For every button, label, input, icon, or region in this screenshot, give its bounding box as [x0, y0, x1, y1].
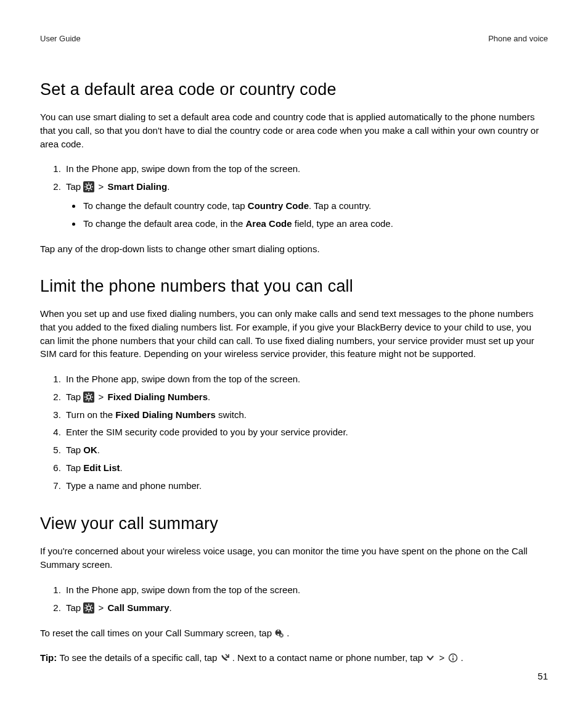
- text: field, type an area code.: [292, 218, 393, 229]
- tip-label: Tip:: [40, 652, 59, 663]
- text-bold: Call Summary: [107, 602, 169, 613]
- gear-icon: [83, 181, 94, 192]
- step: In the Phone app, swipe down from the to…: [63, 162, 548, 177]
- svg-line-6: [91, 189, 92, 191]
- info-icon: [448, 653, 458, 663]
- svg-point-0: [87, 185, 91, 189]
- page-number: 51: [537, 671, 548, 681]
- svg-line-16: [86, 399, 87, 400]
- gear-icon: [83, 392, 94, 403]
- text: >: [96, 181, 106, 192]
- steps-list: In the Phone app, swipe down from the to…: [40, 162, 548, 231]
- step: Turn on the Fixed Dialing Numbers switch…: [63, 408, 548, 423]
- text: Turn on the: [66, 409, 115, 420]
- svg-line-14: [86, 394, 87, 395]
- section-intro: If you're concerned about your wireless …: [40, 544, 548, 572]
- text: To see the details of a specific call, t…: [59, 652, 219, 663]
- svg-line-8: [91, 184, 92, 185]
- svg-line-25: [86, 610, 87, 611]
- section-call-summary: View your call summary If you're concern…: [40, 514, 548, 665]
- section-limit-numbers: Limit the phone numbers that you can cal…: [40, 277, 548, 493]
- text: Tap: [66, 445, 83, 455]
- text: switch.: [216, 409, 247, 420]
- text: .: [167, 181, 169, 192]
- step: Type a name and phone number.: [63, 478, 548, 494]
- text: Tap: [66, 181, 83, 192]
- section-outro: Tap any of the drop-down lists to change…: [40, 242, 548, 256]
- text: .: [208, 392, 210, 402]
- text: . Next to a contact name or phone number…: [230, 652, 426, 663]
- section-default-area-code: Set a default area code or country code …: [40, 80, 548, 256]
- text: Tap: [66, 462, 83, 473]
- section-outro: To reset the call times on your Call Sum…: [40, 626, 548, 640]
- svg-point-18: [87, 605, 91, 609]
- text-bold: OK: [83, 445, 97, 455]
- text: >: [436, 652, 447, 663]
- steps-list: In the Phone app, swipe down from the to…: [40, 372, 548, 493]
- header-left: User Guide: [40, 34, 81, 43]
- reset-icon: [274, 628, 284, 638]
- svg-line-23: [86, 605, 87, 606]
- text-bold: Edit List: [83, 462, 120, 473]
- svg-line-5: [86, 184, 87, 185]
- page-header: User Guide Phone and voice: [40, 34, 548, 43]
- bullet: To change the default country code, tap …: [82, 199, 548, 214]
- section-intro: You can use smart dialing to set a defau…: [40, 110, 548, 150]
- text-bold: Area Code: [246, 218, 292, 229]
- step: Tap > Smart Dialing. To change the defau…: [63, 179, 548, 231]
- svg-line-26: [91, 605, 92, 606]
- chevron-down-icon: [425, 653, 435, 663]
- text: To change the default area code, in the: [83, 218, 246, 229]
- svg-line-15: [91, 399, 92, 400]
- step: Enter the SIM security code provided to …: [63, 425, 548, 440]
- text-bold: Fixed Dialing Numbers: [107, 392, 208, 402]
- step: Tap Edit List.: [63, 461, 548, 476]
- svg-point-32: [452, 655, 454, 657]
- section-heading: View your call summary: [40, 514, 548, 533]
- text: Tap: [66, 392, 83, 402]
- section-intro: When you set up and use fixed dialing nu…: [40, 307, 548, 361]
- text: To change the default country code, tap: [83, 200, 248, 211]
- text-bold: Fixed Dialing Numbers: [115, 409, 216, 420]
- text: To reset the call times on your Call Sum…: [40, 628, 274, 638]
- step: Tap > Fixed Dialing Numbers.: [63, 390, 548, 405]
- text: >: [96, 602, 106, 613]
- section-heading: Limit the phone numbers that you can cal…: [40, 277, 548, 296]
- call-arrow-icon: [220, 653, 230, 663]
- document-page: User Guide Phone and voice Set a default…: [0, 0, 588, 706]
- text: .: [97, 445, 100, 455]
- text: .: [284, 628, 289, 638]
- svg-line-24: [91, 610, 92, 611]
- header-right: Phone and voice: [488, 34, 548, 43]
- step: In the Phone app, swipe down from the to…: [63, 583, 548, 598]
- section-heading: Set a default area code or country code: [40, 80, 548, 99]
- text: .: [458, 652, 463, 663]
- step: In the Phone app, swipe down from the to…: [63, 372, 548, 387]
- text: .: [169, 602, 172, 613]
- text-bold: Country Code: [248, 200, 309, 211]
- text: .: [120, 462, 123, 473]
- text: Tap: [66, 602, 83, 613]
- svg-point-9: [87, 395, 91, 399]
- gear-icon: [83, 602, 94, 614]
- text: . Tap a country.: [309, 200, 371, 211]
- svg-line-7: [86, 189, 87, 191]
- text: >: [96, 392, 106, 402]
- tip-paragraph: Tip: To see the details of a specific ca…: [40, 651, 548, 665]
- step: Tap OK.: [63, 443, 548, 458]
- svg-line-17: [91, 394, 92, 395]
- text-bold: Smart Dialing: [107, 181, 167, 192]
- bullet: To change the default area code, in the …: [82, 216, 548, 232]
- steps-list: In the Phone app, swipe down from the to…: [40, 583, 548, 616]
- step: Tap > Call Summary.: [63, 601, 548, 616]
- sub-bullets: To change the default country code, tap …: [66, 199, 548, 232]
